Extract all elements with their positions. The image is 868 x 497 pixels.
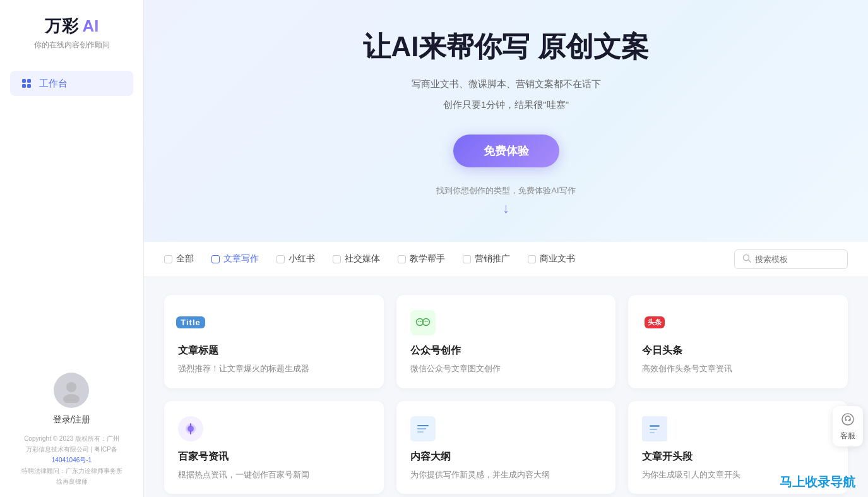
svg-point-11 [420, 321, 421, 322]
card-toutiao[interactable]: 头条 今日头条 高效创作头条号文章资讯 [628, 295, 848, 388]
search-input[interactable] [755, 254, 837, 264]
hero-title: 让AI来帮你写 原创文案 [182, 30, 830, 64]
main-content: 让AI来帮你写 原创文案 写商业文书、微课脚本、营销文案都不在话下 创作只要1分… [144, 0, 868, 497]
search-icon [742, 254, 751, 265]
card-name-intro: 文章开头段 [642, 450, 834, 464]
card-name-outline: 内容大纲 [410, 450, 602, 464]
card-wechat[interactable]: 公众号创作 微信公众号文章图文创作 [396, 295, 616, 388]
login-button[interactable]: 登录/注册 [53, 414, 91, 426]
card-icon-baijia [178, 416, 203, 441]
svg-rect-19 [417, 428, 426, 429]
filter-article-checkbox [211, 255, 220, 263]
logo-subtitle: 你的在线内容创作顾问 [34, 40, 110, 51]
icp-link[interactable]: 14041046号-1 [52, 457, 92, 464]
cards-section: Title 文章标题 强烈推荐！让文章爆火的标题生成器 [144, 277, 868, 497]
filter-social[interactable]: 社交媒体 [333, 253, 380, 265]
filter-business[interactable]: 商业文书 [528, 253, 575, 265]
customer-service-icon [841, 412, 855, 429]
svg-rect-23 [650, 432, 655, 433]
search-box [734, 249, 848, 269]
filter-teaching-label: 教学帮手 [410, 253, 445, 265]
customer-service-label: 客服 [840, 431, 855, 441]
filter-social-label: 社交媒体 [345, 253, 380, 265]
card-desc-outline: 为你提供写作新灵感，并生成内容大纲 [410, 469, 602, 482]
filter-xiaohongshu-checkbox [276, 255, 285, 263]
filter-article[interactable]: 文章写作 [211, 253, 259, 265]
avatar [54, 373, 89, 408]
svg-point-10 [418, 321, 419, 322]
customer-service[interactable]: 客服 [833, 406, 863, 446]
card-name-baijia: 百家号资讯 [178, 450, 370, 464]
filter-business-label: 商业文书 [540, 253, 575, 265]
svg-rect-0 [22, 79, 26, 83]
svg-rect-1 [27, 79, 31, 83]
card-desc-baijia: 根据热点资讯，一键创作百家号新闻 [178, 469, 370, 482]
svg-line-7 [749, 260, 751, 262]
svg-point-24 [842, 414, 853, 425]
workbench-icon [20, 77, 33, 90]
card-desc-intro: 为你生成吸引人的文章开头 [642, 469, 834, 482]
sidebar-nav: 工作台 [0, 71, 143, 96]
filter-article-label: 文章写作 [223, 253, 259, 265]
filter-teaching-checkbox [398, 255, 406, 263]
card-desc-toutiao: 高效创作头条号文章资讯 [642, 362, 834, 376]
card-name-article-title: 文章标题 [178, 344, 370, 357]
svg-rect-22 [650, 429, 657, 430]
svg-point-25 [845, 419, 847, 421]
filter-all[interactable]: 全部 [164, 253, 194, 265]
card-desc-wechat: 微信公众号文章图文创作 [410, 362, 602, 376]
logo-title: 万彩 AI [45, 15, 99, 37]
svg-point-26 [849, 419, 851, 421]
card-name-wechat: 公众号创作 [410, 344, 602, 357]
svg-point-12 [424, 321, 425, 322]
svg-point-13 [426, 321, 427, 322]
card-baijia[interactable]: 百家号资讯 根据热点资讯，一键创作百家号新闻 [164, 401, 384, 494]
filter-marketing-label: 营销推广 [475, 253, 510, 265]
svg-point-5 [63, 394, 80, 403]
card-icon-wechat [410, 310, 436, 335]
card-icon-toutiao: 头条 [642, 310, 667, 335]
filter-social-checkbox [333, 255, 341, 263]
free-trial-button[interactable]: 免费体验 [453, 135, 559, 167]
svg-rect-2 [22, 84, 26, 88]
filter-xiaohongshu-label: 小红书 [288, 253, 315, 265]
svg-rect-3 [27, 84, 31, 88]
hero-cta: 免费体验 [453, 135, 559, 167]
sidebar-item-workbench[interactable]: 工作台 [10, 71, 133, 96]
logo-ai: AI [83, 16, 99, 36]
filter-marketing[interactable]: 营销推广 [463, 253, 510, 265]
filter-business-checkbox [528, 255, 536, 263]
card-icon-intro [642, 416, 667, 441]
arrow-icon: ↓ [502, 200, 509, 217]
filter-bar: 全部 文章写作 小红书 社交媒体 教学帮手 营销推广 商业文书 [144, 242, 868, 277]
sidebar-footer: Copyright © 2023 版权所有：广州 万彩信息技术有限公司 | 粤I… [14, 433, 130, 487]
filter-teaching[interactable]: 教学帮手 [398, 253, 445, 265]
card-article-title[interactable]: Title 文章标题 强烈推荐！让文章爆火的标题生成器 [164, 295, 384, 388]
workbench-label: 工作台 [39, 78, 68, 90]
svg-rect-18 [417, 425, 429, 426]
card-desc-article-title: 强烈推荐！让文章爆火的标题生成器 [178, 362, 370, 376]
logo-section: 万彩 AI 你的在线内容创作顾问 [34, 15, 110, 51]
card-intro[interactable]: 文章开头段 为你生成吸引人的文章开头 [628, 401, 848, 494]
svg-rect-20 [417, 431, 424, 433]
cards-grid: Title 文章标题 强烈推荐！让文章爆火的标题生成器 [164, 295, 848, 494]
card-name-toutiao: 今日头条 [642, 344, 834, 357]
hero-hint: 找到你想创作的类型，免费体验AI写作 [182, 185, 830, 196]
card-outline[interactable]: 内容大纲 为你提供写作新灵感，并生成内容大纲 [396, 401, 616, 494]
filter-xiaohongshu[interactable]: 小红书 [276, 253, 315, 265]
hero-subtitle1: 写商业文书、微课脚本、营销文案都不在话下 [182, 75, 830, 92]
card-icon-outline [410, 416, 436, 441]
filter-all-checkbox [164, 255, 172, 263]
hero-section: 让AI来帮你写 原创文案 写商业文书、微课脚本、营销文案都不在话下 创作只要1分… [144, 0, 868, 242]
user-section: 登录/注册 [53, 373, 91, 426]
filter-marketing-checkbox [463, 255, 471, 263]
filter-all-label: 全部 [176, 253, 194, 265]
sidebar: 万彩 AI 你的在线内容创作顾问 工作台 登录/注册 [0, 0, 144, 497]
svg-point-4 [66, 382, 76, 392]
svg-rect-21 [650, 425, 660, 427]
card-icon-article-title: Title [178, 310, 203, 335]
hero-subtitle2: 创作只要1分钟，结果很"哇塞" [182, 96, 830, 113]
logo-text: 万彩 [45, 15, 79, 37]
